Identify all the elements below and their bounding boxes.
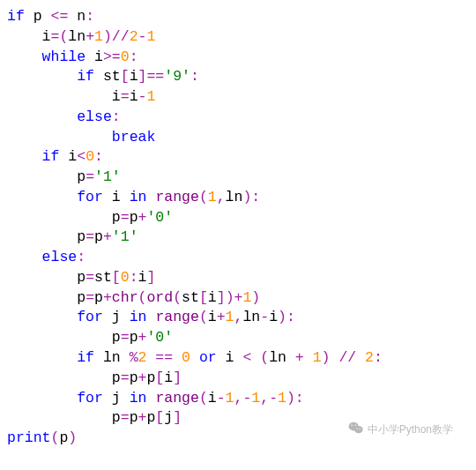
token-op: -	[269, 390, 278, 407]
token-fn: range	[155, 390, 199, 407]
token-op: -	[242, 390, 251, 407]
token-id: n	[68, 8, 86, 25]
token-id: p	[7, 289, 86, 306]
token-id: i	[86, 48, 103, 65]
token-op: +	[234, 289, 243, 306]
token-op: <	[77, 148, 86, 165]
token-id	[251, 349, 260, 366]
token-id: p	[7, 329, 121, 346]
code-line: else:	[7, 108, 469, 128]
token-id: p	[7, 269, 86, 286]
code-line: for j in range(i-1,-1,-1):	[7, 389, 469, 409]
token-id: p	[130, 209, 138, 226]
token-op: (	[59, 28, 68, 45]
token-id: p	[7, 228, 86, 245]
token-id: i	[130, 88, 138, 105]
token-op: +	[138, 369, 147, 386]
token-num: 1	[146, 28, 155, 45]
token-op: [	[199, 289, 208, 306]
token-op: ,	[217, 189, 226, 205]
token-id	[7, 189, 77, 205]
token-op: (	[138, 289, 147, 306]
token-op: )	[226, 289, 234, 306]
svg-point-4	[356, 429, 357, 429]
token-id: st	[94, 269, 112, 286]
token-op: +	[103, 228, 112, 245]
token-kw: else	[77, 108, 112, 125]
token-op: =	[86, 168, 94, 185]
token-fn: ord	[146, 289, 173, 306]
token-op: ]	[173, 409, 182, 426]
token-op: (	[199, 390, 208, 407]
token-num: 1	[94, 28, 103, 45]
token-id	[7, 148, 42, 165]
token-kw: for	[77, 390, 103, 407]
svg-point-3	[354, 425, 356, 427]
token-op: -	[217, 390, 226, 407]
token-id: j	[164, 409, 173, 426]
token-id	[146, 390, 155, 407]
token-op: <	[242, 349, 251, 366]
token-op: )	[103, 28, 112, 45]
code-line: p=p+'0'	[7, 328, 469, 348]
token-kw: in	[130, 189, 147, 205]
token-id: ln	[242, 309, 260, 325]
token-id: i	[59, 148, 77, 165]
code-line: i=i-1	[7, 87, 469, 108]
token-id: i	[217, 349, 243, 366]
token-id: p	[7, 168, 86, 185]
token-op: :	[251, 189, 260, 205]
token-op: )	[286, 390, 295, 407]
code-line: p=p+'0'	[7, 208, 469, 228]
token-op: =	[121, 329, 130, 346]
token-id: ln	[68, 28, 86, 45]
token-id: ln	[226, 189, 243, 205]
code-line: p=p+chr(ord(st[i])+1)	[7, 288, 469, 309]
code-line: p='1'	[7, 168, 469, 188]
token-id: ln	[94, 349, 130, 366]
token-op: ]	[217, 289, 226, 306]
token-op: %	[130, 349, 138, 366]
token-id: i	[208, 289, 217, 306]
token-op: ,	[234, 309, 243, 325]
code-line: p=p+p[i]	[7, 369, 469, 389]
token-id: p	[7, 409, 121, 426]
token-op: ]	[146, 269, 155, 286]
code-line: if p <= n:	[7, 7, 469, 27]
token-id: p	[94, 289, 103, 306]
token-op: //	[112, 28, 130, 45]
token-id: i	[7, 88, 121, 105]
token-id	[7, 309, 77, 325]
token-fn: range	[155, 309, 199, 325]
token-str: '1'	[112, 228, 138, 245]
token-op: )	[68, 429, 77, 446]
code-line: break	[7, 128, 469, 148]
token-kw: print	[7, 429, 51, 446]
token-id: i	[208, 390, 217, 407]
token-num: 2	[138, 349, 147, 366]
code-line: for i in range(1,ln):	[7, 188, 469, 208]
token-op: -	[260, 309, 269, 325]
token-id: j	[103, 309, 130, 325]
token-op: :	[77, 249, 86, 265]
code-snippet: if p <= n: i=(ln+1)//2-1 while i>=0: if …	[7, 7, 469, 449]
token-kw: for	[77, 309, 103, 325]
token-id	[146, 309, 155, 325]
token-num: 0	[121, 48, 130, 65]
token-id: i	[269, 309, 278, 325]
code-line: for j in range(i+1,ln-i):	[7, 308, 469, 328]
token-op: +	[138, 209, 147, 226]
token-id: i	[164, 369, 173, 386]
token-op: )	[322, 349, 331, 366]
token-id	[173, 349, 182, 366]
token-id	[7, 129, 112, 145]
token-num: 0	[86, 148, 94, 165]
token-op: ,	[260, 390, 269, 407]
token-str: '1'	[94, 168, 121, 185]
token-id	[7, 249, 42, 265]
token-op: +	[295, 349, 304, 366]
code-line: if st[i]=='9':	[7, 67, 469, 87]
token-id: p	[130, 409, 138, 426]
token-id	[7, 390, 77, 407]
token-op: ==	[155, 349, 173, 366]
